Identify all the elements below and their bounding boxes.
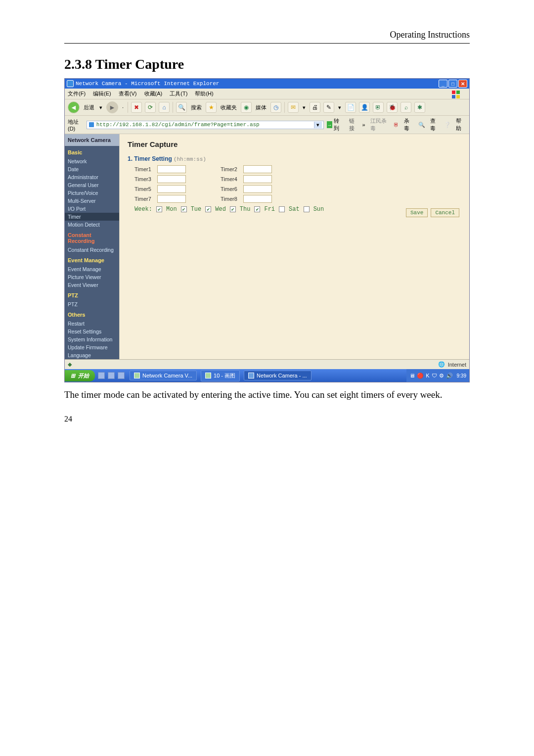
sidebar-item-picture-viewer[interactable]: Picture Viewer xyxy=(65,273,119,281)
day-tue: Tue xyxy=(191,206,202,213)
systray-icon-3[interactable]: K xyxy=(426,373,429,378)
av-icon-4[interactable]: ✱ xyxy=(414,102,425,113)
mail-icon[interactable]: ✉ xyxy=(288,102,299,113)
edit-icon[interactable]: ✎ xyxy=(323,102,334,113)
av-icon-1[interactable]: ⛨ xyxy=(373,102,384,113)
timer4-input[interactable] xyxy=(243,175,272,183)
sidebar-item-multi-server[interactable]: Multi-Server xyxy=(65,197,119,205)
menu-help[interactable]: 帮助(H) xyxy=(195,91,213,96)
save-button[interactable]: Save xyxy=(406,208,428,217)
links-label[interactable]: 链接 xyxy=(349,117,358,132)
refresh-button[interactable]: ⟳ xyxy=(145,102,156,113)
systray-icon-6[interactable]: 🔊 xyxy=(446,373,453,379)
timer8-input[interactable] xyxy=(243,195,272,203)
sidebar-item-picture-voice[interactable]: Picture/Voice xyxy=(65,189,119,197)
checkbox-tue[interactable]: ✔ xyxy=(181,206,187,212)
sidebar-item-system-information[interactable]: System Information xyxy=(65,335,119,343)
ext-label-1[interactable]: 江民杀毒 xyxy=(369,117,390,132)
sidebar-item-motion-detect[interactable]: Motion Detect xyxy=(65,221,119,229)
menu-file[interactable]: 文件(F) xyxy=(68,91,86,96)
edit-dropdown-icon[interactable]: ▾ xyxy=(337,104,342,111)
sidebar-item-reset-settings[interactable]: Reset Settings xyxy=(65,328,119,335)
systray-icon-2[interactable]: 🔴 xyxy=(417,373,424,379)
sidebar-item-network[interactable]: Network xyxy=(65,157,119,165)
sidebar-item-general-user[interactable]: General User xyxy=(65,181,119,189)
sidebar-item-update-firmware[interactable]: Update Firmware xyxy=(65,343,119,351)
home-button[interactable]: ⌂ xyxy=(159,102,170,113)
sidebar-item-constant-recording[interactable]: Constant Recording xyxy=(65,246,119,254)
systray-icon-4[interactable]: 🛡 xyxy=(432,373,437,378)
close-button[interactable]: ✕ xyxy=(458,80,467,88)
minimize-button[interactable]: _ xyxy=(439,80,447,88)
timer7-label: Timer7 xyxy=(134,196,155,202)
sidebar-item-timer[interactable]: Timer xyxy=(65,213,119,221)
quicklaunch-icon-3[interactable] xyxy=(118,372,125,379)
search-label: 搜索 xyxy=(190,104,203,111)
taskbar-app-1[interactable]: Network Camera V... xyxy=(130,371,197,380)
sidebar-item-administrator[interactable]: Administrator xyxy=(65,173,119,181)
cancel-button[interactable]: Cancel xyxy=(431,208,459,217)
taskbar: ⊞ 开始 Network Camera V... 10 - 画图 Network… xyxy=(65,369,469,382)
taskbar-app-2[interactable]: 10 - 画图 xyxy=(201,370,240,381)
sidebar-item-io-port[interactable]: I/O Port xyxy=(65,205,119,213)
search-icon[interactable]: 🔍 xyxy=(176,102,187,113)
maximize-button[interactable]: □ xyxy=(448,80,457,88)
menu-view[interactable]: 查看(V) xyxy=(119,91,137,96)
ext-icon-3[interactable]: ❔ xyxy=(443,122,452,128)
av-icon-2[interactable]: 🐞 xyxy=(387,102,398,113)
taskbar-app-3[interactable]: Network Camera - ... xyxy=(244,371,311,380)
timer7-input[interactable] xyxy=(157,195,186,203)
quicklaunch-icon-2[interactable] xyxy=(108,372,115,379)
ext-label-2[interactable]: 杀毒 xyxy=(403,117,414,132)
sidebar-item-event-viewer[interactable]: Event Viewer xyxy=(65,281,119,289)
checkbox-mon[interactable]: ✔ xyxy=(156,206,162,212)
av-icon-3[interactable]: ⌕ xyxy=(400,102,411,113)
doc-body-text: The timer mode can be activated by enter… xyxy=(64,387,470,402)
address-url: http://192.168.1.82/cgi/admin/frame?Page… xyxy=(96,122,260,128)
menu-tools[interactable]: 工具(T) xyxy=(170,91,187,96)
timer5-input[interactable] xyxy=(157,185,186,193)
stop-button[interactable]: ✖ xyxy=(131,102,142,113)
back-dropdown-icon[interactable]: ▾ xyxy=(98,104,103,111)
checkbox-thu[interactable]: ✔ xyxy=(230,206,236,212)
media-icon[interactable]: ◉ xyxy=(241,102,252,113)
checkbox-fri[interactable]: ✔ xyxy=(254,206,260,212)
ext-label-4[interactable]: 帮助 xyxy=(455,117,466,132)
timer1-input[interactable] xyxy=(157,165,186,173)
systray-clock: 9:39 xyxy=(457,373,466,378)
forward-button[interactable]: ► xyxy=(106,101,118,113)
menu-fav[interactable]: 收藏(A) xyxy=(144,91,163,96)
favorites-icon[interactable]: ★ xyxy=(206,102,217,113)
sidebar-item-ptz[interactable]: PTZ xyxy=(65,300,119,308)
back-button[interactable]: ◄ xyxy=(68,101,80,113)
ext-icon-2[interactable]: 🔍 xyxy=(417,122,426,128)
ext-label-3[interactable]: 查毒 xyxy=(429,117,441,132)
window-title: Network Camera - Microsoft Internet Expl… xyxy=(76,81,219,87)
systray-icon-5[interactable]: ⚙ xyxy=(439,373,444,379)
mail-dropdown-icon[interactable]: ▾ xyxy=(302,104,307,111)
history-icon[interactable]: ◷ xyxy=(270,102,281,113)
address-input[interactable]: http://192.168.1.82/cgi/admin/frame?Page… xyxy=(87,121,324,129)
go-button[interactable]: → 转到 xyxy=(327,117,343,132)
sidebar-item-language[interactable]: Language xyxy=(65,351,119,359)
ext-icon-1[interactable]: ⛨ xyxy=(393,122,400,128)
checkbox-sat[interactable] xyxy=(279,206,285,212)
timer6-input[interactable] xyxy=(243,185,272,193)
checkbox-wed[interactable]: ✔ xyxy=(205,206,211,212)
sidebar-item-date[interactable]: Date xyxy=(65,165,119,173)
quicklaunch-icon-1[interactable] xyxy=(98,372,105,379)
week-label: Week: xyxy=(134,206,152,213)
sidebar-head-event: Event Manage xyxy=(65,255,119,265)
discuss-icon[interactable]: 📄 xyxy=(345,102,356,113)
menu-edit[interactable]: 编辑(E) xyxy=(93,91,111,96)
systray-icon-1[interactable]: 🖥 xyxy=(409,373,415,378)
timer3-input[interactable] xyxy=(157,175,186,183)
print-icon[interactable]: 🖨 xyxy=(310,102,320,113)
address-dropdown-icon[interactable]: ▾ xyxy=(314,122,322,128)
checkbox-sun[interactable] xyxy=(304,206,310,212)
sidebar-item-restart[interactable]: Restart xyxy=(65,320,119,328)
start-button[interactable]: ⊞ 开始 xyxy=(65,370,95,381)
sidebar-item-event-manage[interactable]: Event Manage xyxy=(65,265,119,273)
timer2-input[interactable] xyxy=(243,165,272,173)
messenger-icon[interactable]: 👤 xyxy=(359,102,370,113)
